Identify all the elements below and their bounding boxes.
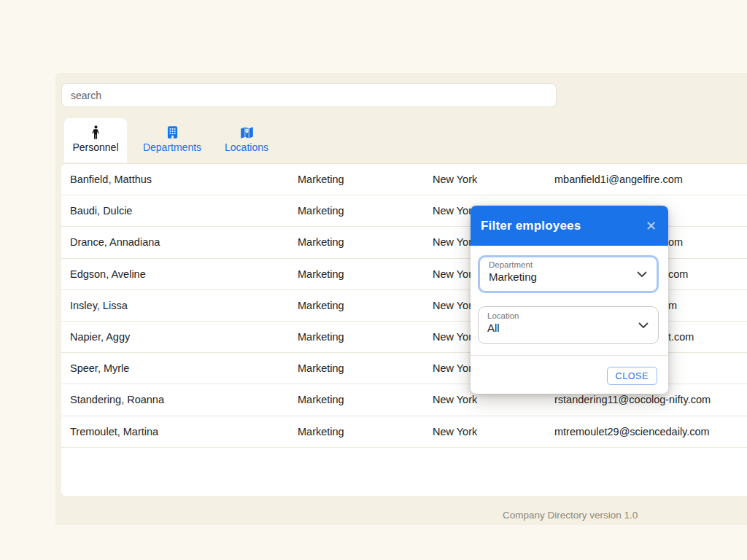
close-button[interactable]: CLOSE <box>607 367 657 385</box>
employee-name-cell: Edgson, Aveline <box>61 268 298 280</box>
employee-name-cell: Baudi, Dulcie <box>61 205 298 217</box>
employee-department-cell: Marketing <box>298 331 433 343</box>
tab-personnel-label: Personnel <box>72 142 118 153</box>
employee-location-cell: New York <box>433 394 554 405</box>
employee-email-cell: mbanfield1i@angelfire.com <box>554 174 747 185</box>
tab-departments[interactable]: Departments <box>142 118 203 163</box>
employee-location-cell: New York <box>433 426 554 438</box>
search-input[interactable] <box>61 83 557 107</box>
employee-department-cell: Marketing <box>298 394 433 405</box>
location-select[interactable]: Location All <box>478 306 659 344</box>
employee-department-cell: Marketing <box>298 426 433 438</box>
chevron-down-icon <box>637 271 647 278</box>
map-pin-icon <box>239 125 255 140</box>
employee-name-cell: Speer, Myrle <box>61 362 298 374</box>
employee-department-cell: Marketing <box>298 174 433 185</box>
table-row: Banfield, MatthusMarketingNew Yorkmbanfi… <box>61 164 747 195</box>
employee-name-cell: Standering, Roanna <box>61 394 298 405</box>
employee-name-cell: Drance, Annadiana <box>61 236 298 248</box>
modal-title: Filter employees <box>481 219 581 233</box>
chevron-down-icon <box>638 322 649 329</box>
employee-email-cell: mtremoulet29@sciencedaily.com <box>554 426 747 438</box>
employee-name-cell: Tremoulet, Martina <box>61 426 298 438</box>
employee-department-cell: Marketing <box>298 268 433 280</box>
employee-name-cell: Insley, Lissa <box>61 300 298 311</box>
tab-locations-label: Locations <box>225 142 268 153</box>
employee-location-cell: New York <box>433 174 554 185</box>
employee-name-cell: Napier, Aggy <box>61 331 298 343</box>
department-select[interactable]: Department Marketing <box>478 255 659 293</box>
department-select-value: Marketing <box>489 271 648 283</box>
employee-department-cell: Marketing <box>298 362 433 374</box>
footer-version-text: Company Directory version 1.0 <box>503 510 638 521</box>
modal-header: Filter employees ✕ <box>471 206 668 246</box>
company-directory-app: Personnel Departments <box>55 73 747 525</box>
modal-footer-divider <box>471 355 668 356</box>
employee-department-cell: Marketing <box>298 300 433 311</box>
close-icon[interactable]: ✕ <box>644 218 658 234</box>
tab-locations[interactable]: Locations <box>220 118 273 163</box>
employee-department-cell: Marketing <box>298 236 433 248</box>
tab-personnel[interactable]: Personnel <box>64 118 127 163</box>
employee-name-cell: Banfield, Matthus <box>61 174 298 185</box>
filter-employees-modal: Filter employees ✕ Department Marketing … <box>471 206 668 394</box>
employee-department-cell: Marketing <box>298 205 433 217</box>
building-icon <box>165 125 180 140</box>
table-row: Tremoulet, MartinaMarketingNew Yorkmtrem… <box>61 416 747 448</box>
employee-email-cell: rstandering11@cocolog-nifty.com <box>554 394 747 405</box>
tab-departments-label: Departments <box>143 142 201 153</box>
location-select-value: All <box>487 322 649 334</box>
location-select-label: Location <box>487 311 649 320</box>
person-icon <box>88 125 104 140</box>
department-select-label: Department <box>489 260 648 269</box>
